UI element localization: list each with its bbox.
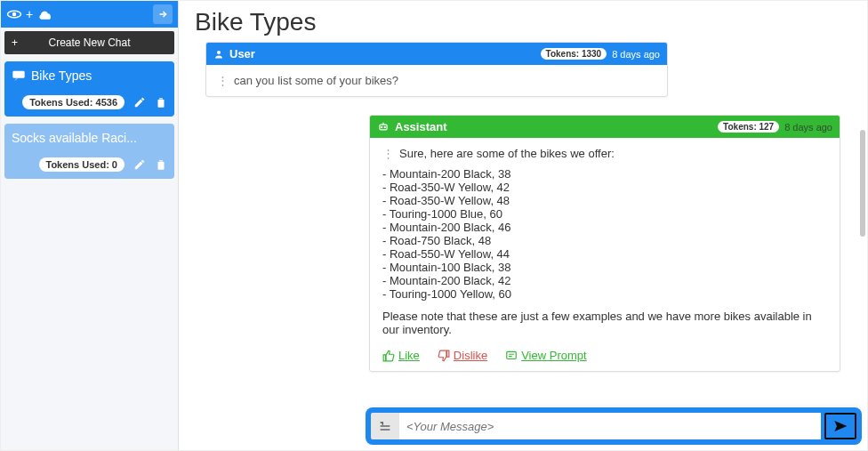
scrollbar[interactable]: [858, 50, 865, 397]
like-label: Like: [398, 349, 420, 362]
user-role-label: User: [229, 47, 255, 60]
sidebar: + + Create New Chat Bike Types Tokens Us…: [1, 1, 179, 450]
user-message-body: ⋮ can you list some of your bikes?: [206, 65, 667, 96]
plus-icon: +: [12, 36, 18, 49]
composer: [366, 407, 862, 445]
token-pill: Tokens Used: 4536: [22, 95, 125, 109]
assistant-note: Please note that these are just a few ex…: [382, 310, 827, 336]
conversation-scroll[interactable]: User Tokens: 1330 8 days ago ⋮ can you l…: [179, 42, 867, 450]
user-message: User Tokens: 1330 8 days ago ⋮ can you l…: [205, 42, 668, 97]
bike-line: - Touring-1000 Blue, 60: [382, 207, 827, 221]
prompt-icon: [505, 350, 518, 362]
composer-wrap: [366, 407, 862, 445]
bike-line: - Touring-1000 Yellow, 60: [382, 287, 827, 301]
chat-icon: [12, 69, 26, 82]
view-prompt-label: View Prompt: [521, 349, 586, 362]
chat-item-title: Bike Types: [31, 68, 92, 83]
chat-item-title: Socks available Raci...: [12, 131, 137, 145]
plus-icon: +: [26, 7, 33, 21]
chat-item-bike-types[interactable]: Bike Types Tokens Used: 4536: [4, 61, 174, 117]
bike-list: - Mountain-200 Black, 38- Road-350-W Yel…: [382, 167, 827, 301]
bike-line: - Road-350-W Yellow, 42: [382, 181, 827, 194]
user-message-text: can you list some of your bikes?: [234, 74, 398, 87]
assistant-intro: Sure, here are some of the bikes we offe…: [399, 147, 615, 160]
svg-point-3: [217, 51, 221, 54]
create-new-chat-label: Create New Chat: [48, 36, 130, 49]
cloud-icon: [36, 7, 54, 21]
svg-rect-7: [507, 351, 517, 358]
user-icon: [213, 49, 224, 60]
bike-line: - Road-550-W Yellow, 44: [382, 247, 827, 261]
edit-chat-button[interactable]: [133, 158, 146, 171]
token-badge: Tokens: 127: [718, 121, 779, 133]
delete-chat-button[interactable]: [155, 158, 167, 171]
chat-list: Bike Types Tokens Used: 4536 Socks avail…: [1, 58, 178, 182]
bike-line: - Mountain-100 Black, 38: [382, 261, 827, 274]
page-title: Bike Types: [179, 1, 867, 42]
like-button[interactable]: Like: [382, 349, 420, 362]
edit-chat-button[interactable]: [133, 96, 146, 109]
svg-rect-2: [12, 71, 24, 78]
composer-options-button[interactable]: [371, 413, 399, 439]
thumbs-up-icon: [382, 350, 395, 362]
brand-area: +: [6, 6, 54, 22]
svg-point-5: [382, 126, 382, 127]
message-actions: Like Dislike View Prompt: [382, 349, 827, 362]
assistant-icon: [377, 121, 390, 133]
timestamp: 8 days ago: [612, 49, 660, 60]
assistant-message-header: Assistant Tokens: 127 8 days ago: [370, 116, 840, 138]
svg-point-1: [13, 13, 16, 16]
delete-chat-button[interactable]: [155, 96, 167, 109]
bike-line: - Road-350-W Yellow, 48: [382, 194, 827, 207]
svg-point-6: [384, 126, 385, 127]
main-area: Bike Types User Tokens: 1330 8 days ago …: [179, 1, 867, 450]
collapse-sidebar-button[interactable]: [153, 4, 173, 24]
bike-line: - Mountain-200 Black, 46: [382, 221, 827, 234]
message-input[interactable]: [399, 413, 821, 439]
assistant-message: Assistant Tokens: 127 8 days ago ⋮ Sure,…: [369, 115, 840, 372]
thumbs-down-icon: [438, 350, 450, 362]
sidebar-header: +: [1, 1, 178, 28]
scroll-thumb[interactable]: [860, 130, 865, 237]
bike-line: - Mountain-200 Black, 42: [382, 274, 827, 287]
bike-line: - Mountain-200 Black, 38: [382, 167, 827, 181]
drag-handle-icon: ⋮: [217, 74, 229, 87]
assistant-message-body: ⋮ Sure, here are some of the bikes we of…: [370, 138, 840, 371]
user-message-header: User Tokens: 1330 8 days ago: [206, 43, 667, 65]
create-new-chat-button[interactable]: + Create New Chat: [4, 31, 174, 54]
bike-line: - Road-750 Black, 48: [382, 234, 827, 247]
dislike-label: Dislike: [454, 349, 487, 362]
token-pill: Tokens Used: 0: [39, 157, 125, 172]
chat-item-socks[interactable]: Socks available Raci... Tokens Used: 0: [4, 124, 174, 179]
timestamp: 8 days ago: [784, 122, 832, 133]
send-button[interactable]: [824, 413, 856, 439]
token-badge: Tokens: 1330: [541, 48, 607, 60]
dislike-button[interactable]: Dislike: [438, 349, 487, 362]
drag-handle-icon: ⋮: [382, 147, 394, 160]
orbit-icon: [6, 6, 22, 22]
view-prompt-button[interactable]: View Prompt: [505, 349, 586, 362]
assistant-role-label: Assistant: [395, 120, 447, 133]
